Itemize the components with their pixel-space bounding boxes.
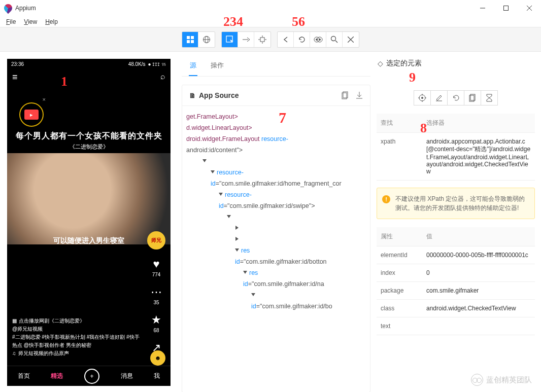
tree-node[interactable]: id="com.smile.gifmaker:id/na xyxy=(182,278,367,290)
tab-actions[interactable]: 操作 xyxy=(210,58,225,76)
attr-row: elementId00000000-0000-005b-ffff-ffff000… xyxy=(377,246,535,264)
attr-row: index0 xyxy=(377,264,535,282)
svg-point-21 xyxy=(319,39,321,41)
phone-bottom-nav: 首页 精选 + 消息 我 xyxy=(7,366,171,386)
tree-node[interactable]: res xyxy=(182,245,367,256)
favorite-icon: ★ xyxy=(151,313,161,327)
music-disc-icon: ☻ xyxy=(150,350,165,366)
recording-button[interactable] xyxy=(310,32,326,47)
phone-video-frame xyxy=(7,153,171,244)
window-title: Appium xyxy=(15,5,36,12)
svg-rect-6 xyxy=(187,40,190,43)
copy-xml-button[interactable] xyxy=(342,91,349,99)
svg-rect-1 xyxy=(504,6,509,10)
svg-rect-4 xyxy=(187,36,190,39)
like-icon: ♥ xyxy=(153,258,159,271)
phone-caption: 可以随便进入男生寝室 xyxy=(7,236,171,245)
attributes-table: 属性值 elementId00000000-0000-005b-ffff-fff… xyxy=(377,227,535,335)
tree-node[interactable]: res xyxy=(182,267,367,278)
tree-node[interactable]: d.widget.LinearLayout> xyxy=(182,122,367,133)
svg-line-23 xyxy=(335,41,337,43)
search-icon: ⌕ xyxy=(160,72,165,83)
tree-node[interactable]: android:id/content"> xyxy=(182,145,367,156)
svg-rect-7 xyxy=(191,40,194,43)
phone-statusbar: 23:36 48.0K/s ● ⟟⟟⟟ ᯾ xyxy=(7,59,171,69)
send-keys-button[interactable] xyxy=(430,90,448,105)
attr-row: classandroid.widget.CheckedTextView xyxy=(377,300,535,317)
quit-session-button[interactable] xyxy=(343,32,359,47)
inspector-tabs: 源 操作 xyxy=(182,56,370,77)
appium-logo-icon xyxy=(4,4,12,12)
get-timing-button[interactable] xyxy=(481,90,498,105)
download-xml-button[interactable] xyxy=(356,91,363,99)
svg-point-31 xyxy=(421,97,423,99)
locator-table: 查找选择器8 xpathandroidx.appcompat.app.Actio… xyxy=(377,114,535,181)
hamburger-icon: ≡ xyxy=(12,72,18,83)
phone-meta: ▦点击播放网剧《二进制恋爱》 @师兄短视频 #二进制恋爱 #快手影视新热计划 #… xyxy=(12,317,140,358)
tree-node[interactable]: id="com.smile.gifmaker:id/swipe"> xyxy=(182,200,367,211)
attr-row: text xyxy=(377,317,535,335)
swipe-button[interactable] xyxy=(238,32,254,47)
device-screenshot[interactable]: 1 23:36 48.0K/s ● ⟟⟟⟟ ᯾ ≡ ⌕ ▸ 每个男人都有一个女孩… xyxy=(7,59,171,386)
phone-avatar: 师兄 xyxy=(147,231,165,250)
tree-node[interactable]: resource- xyxy=(182,167,367,178)
xpath-warning: 不建议使用 XPath 定位器，这可能会导致脆弱的测试。请您的开发团队提供独特的… xyxy=(377,188,535,219)
svg-point-22 xyxy=(331,37,336,41)
svg-rect-13 xyxy=(260,38,264,42)
menubar: File View Help xyxy=(0,16,541,27)
tree-node[interactable]: id="com.smile.gifmaker:id/botton xyxy=(182,256,367,267)
window-titlebar: Appium xyxy=(0,0,541,16)
menu-file[interactable]: File xyxy=(2,17,20,26)
search-element-button[interactable] xyxy=(326,32,343,47)
phone-subtitle: 《二进制恋爱》 xyxy=(7,143,171,151)
copy-attributes-button[interactable] xyxy=(464,90,481,105)
native-mode-button[interactable] xyxy=(182,32,198,47)
source-tree[interactable]: 7 get.FrameLayout>d.widget.LinearLayout>… xyxy=(182,106,370,392)
tree-node[interactable] xyxy=(182,211,367,223)
attr-row: packagecom.smile.gifmaker xyxy=(377,282,535,300)
menu-help[interactable]: Help xyxy=(41,17,62,26)
phone-headline: 每个男人都有一个女孩不能看的文件夹 xyxy=(7,131,171,141)
menu-view[interactable]: View xyxy=(20,17,41,26)
comment-icon: ⋯ xyxy=(151,286,162,299)
tree-node[interactable]: resource- xyxy=(182,189,367,200)
refresh-button[interactable] xyxy=(294,32,310,47)
close-button[interactable] xyxy=(518,0,541,16)
minimize-button[interactable] xyxy=(471,0,494,16)
tree-node[interactable]: id="com.smile.gifmaker:id/bo xyxy=(182,301,367,312)
document-icon: 🗎 xyxy=(189,92,196,99)
tree-node[interactable] xyxy=(182,223,367,234)
svg-rect-5 xyxy=(191,36,194,39)
tab-source[interactable]: 源 xyxy=(189,58,197,76)
tree-node[interactable] xyxy=(182,156,367,167)
tap-coordinates-button[interactable] xyxy=(254,32,270,47)
tap-element-button[interactable] xyxy=(414,90,431,105)
tree-node[interactable]: droid.widget.FrameLayout resource- xyxy=(182,133,367,145)
tree-node[interactable] xyxy=(182,290,367,301)
xpath-value: androidx.appcompat.app.Actionbar.c[@cont… xyxy=(422,133,535,181)
plus-icon: + xyxy=(84,369,99,384)
tree-node[interactable]: get.FrameLayout> xyxy=(182,111,367,122)
app-source-panel: 🗎 App Source 7 get.FrameLayout>d.widget.… xyxy=(182,85,370,392)
selected-element-title: 选定的元素 xyxy=(386,59,422,68)
tree-node[interactable]: id="com.smile.gifmaker:id/home_fragment_… xyxy=(182,178,367,189)
element-action-buttons xyxy=(377,90,535,105)
tag-icon: ◇ xyxy=(378,59,383,67)
back-button[interactable] xyxy=(278,32,294,47)
maximize-button[interactable] xyxy=(494,0,518,16)
phone-action-rail: 师兄 ♥774 ⋯35 ★68 ↗分享 xyxy=(147,231,165,363)
toolbar: 234 56 xyxy=(0,27,541,52)
web-mode-button[interactable] xyxy=(198,32,215,47)
phone-live-badge: ▸ xyxy=(24,110,39,120)
app-source-title: App Source xyxy=(199,91,239,99)
tree-node[interactable] xyxy=(182,234,367,245)
select-element-button[interactable] xyxy=(222,32,238,47)
clear-element-button[interactable] xyxy=(447,90,464,105)
